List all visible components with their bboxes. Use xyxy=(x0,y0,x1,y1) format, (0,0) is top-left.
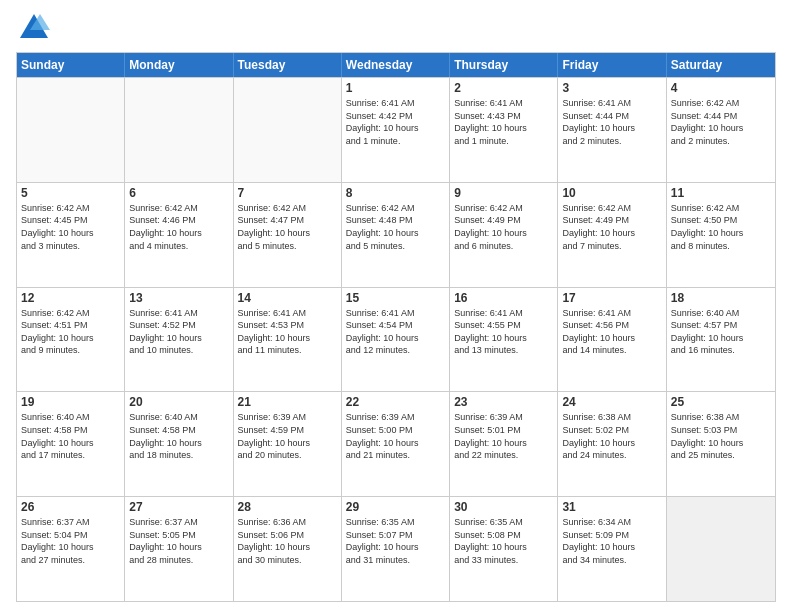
cal-cell-4-4: 22Sunrise: 6:39 AM Sunset: 5:00 PM Dayli… xyxy=(342,392,450,496)
calendar-body: 1Sunrise: 6:41 AM Sunset: 4:42 PM Daylig… xyxy=(17,77,775,601)
day-info: Sunrise: 6:42 AM Sunset: 4:44 PM Dayligh… xyxy=(671,97,771,147)
cal-cell-3-1: 12Sunrise: 6:42 AM Sunset: 4:51 PM Dayli… xyxy=(17,288,125,392)
day-info: Sunrise: 6:42 AM Sunset: 4:50 PM Dayligh… xyxy=(671,202,771,252)
day-info: Sunrise: 6:40 AM Sunset: 4:57 PM Dayligh… xyxy=(671,307,771,357)
day-number: 14 xyxy=(238,291,337,305)
cal-cell-3-4: 15Sunrise: 6:41 AM Sunset: 4:54 PM Dayli… xyxy=(342,288,450,392)
day-info: Sunrise: 6:36 AM Sunset: 5:06 PM Dayligh… xyxy=(238,516,337,566)
day-info: Sunrise: 6:35 AM Sunset: 5:08 PM Dayligh… xyxy=(454,516,553,566)
day-number: 12 xyxy=(21,291,120,305)
header-day-tuesday: Tuesday xyxy=(234,53,342,77)
cal-cell-2-2: 6Sunrise: 6:42 AM Sunset: 4:46 PM Daylig… xyxy=(125,183,233,287)
day-number: 27 xyxy=(129,500,228,514)
day-number: 17 xyxy=(562,291,661,305)
cal-cell-2-5: 9Sunrise: 6:42 AM Sunset: 4:49 PM Daylig… xyxy=(450,183,558,287)
day-info: Sunrise: 6:42 AM Sunset: 4:51 PM Dayligh… xyxy=(21,307,120,357)
day-number: 21 xyxy=(238,395,337,409)
day-number: 24 xyxy=(562,395,661,409)
day-number: 28 xyxy=(238,500,337,514)
day-number: 5 xyxy=(21,186,120,200)
week-row-2: 5Sunrise: 6:42 AM Sunset: 4:45 PM Daylig… xyxy=(17,182,775,287)
cal-cell-1-3 xyxy=(234,78,342,182)
cal-cell-4-7: 25Sunrise: 6:38 AM Sunset: 5:03 PM Dayli… xyxy=(667,392,775,496)
day-number: 1 xyxy=(346,81,445,95)
day-number: 22 xyxy=(346,395,445,409)
logo-icon xyxy=(16,10,52,46)
day-info: Sunrise: 6:39 AM Sunset: 4:59 PM Dayligh… xyxy=(238,411,337,461)
cal-cell-1-4: 1Sunrise: 6:41 AM Sunset: 4:42 PM Daylig… xyxy=(342,78,450,182)
cal-cell-3-7: 18Sunrise: 6:40 AM Sunset: 4:57 PM Dayli… xyxy=(667,288,775,392)
header xyxy=(16,10,776,46)
day-number: 2 xyxy=(454,81,553,95)
day-info: Sunrise: 6:39 AM Sunset: 5:00 PM Dayligh… xyxy=(346,411,445,461)
day-number: 3 xyxy=(562,81,661,95)
cal-cell-5-4: 29Sunrise: 6:35 AM Sunset: 5:07 PM Dayli… xyxy=(342,497,450,601)
cal-cell-2-4: 8Sunrise: 6:42 AM Sunset: 4:48 PM Daylig… xyxy=(342,183,450,287)
day-number: 16 xyxy=(454,291,553,305)
day-number: 18 xyxy=(671,291,771,305)
day-info: Sunrise: 6:41 AM Sunset: 4:52 PM Dayligh… xyxy=(129,307,228,357)
week-row-5: 26Sunrise: 6:37 AM Sunset: 5:04 PM Dayli… xyxy=(17,496,775,601)
cal-cell-3-5: 16Sunrise: 6:41 AM Sunset: 4:55 PM Dayli… xyxy=(450,288,558,392)
day-info: Sunrise: 6:40 AM Sunset: 4:58 PM Dayligh… xyxy=(129,411,228,461)
cal-cell-4-3: 21Sunrise: 6:39 AM Sunset: 4:59 PM Dayli… xyxy=(234,392,342,496)
day-number: 25 xyxy=(671,395,771,409)
day-number: 10 xyxy=(562,186,661,200)
day-number: 4 xyxy=(671,81,771,95)
day-number: 11 xyxy=(671,186,771,200)
week-row-4: 19Sunrise: 6:40 AM Sunset: 4:58 PM Dayli… xyxy=(17,391,775,496)
cal-cell-5-1: 26Sunrise: 6:37 AM Sunset: 5:04 PM Dayli… xyxy=(17,497,125,601)
calendar: SundayMondayTuesdayWednesdayThursdayFrid… xyxy=(16,52,776,602)
day-number: 23 xyxy=(454,395,553,409)
cal-cell-4-1: 19Sunrise: 6:40 AM Sunset: 4:58 PM Dayli… xyxy=(17,392,125,496)
header-day-thursday: Thursday xyxy=(450,53,558,77)
cal-cell-1-5: 2Sunrise: 6:41 AM Sunset: 4:43 PM Daylig… xyxy=(450,78,558,182)
day-info: Sunrise: 6:42 AM Sunset: 4:45 PM Dayligh… xyxy=(21,202,120,252)
cal-cell-4-6: 24Sunrise: 6:38 AM Sunset: 5:02 PM Dayli… xyxy=(558,392,666,496)
day-info: Sunrise: 6:38 AM Sunset: 5:03 PM Dayligh… xyxy=(671,411,771,461)
day-info: Sunrise: 6:41 AM Sunset: 4:55 PM Dayligh… xyxy=(454,307,553,357)
day-info: Sunrise: 6:41 AM Sunset: 4:53 PM Dayligh… xyxy=(238,307,337,357)
header-day-sunday: Sunday xyxy=(17,53,125,77)
day-info: Sunrise: 6:42 AM Sunset: 4:47 PM Dayligh… xyxy=(238,202,337,252)
day-info: Sunrise: 6:41 AM Sunset: 4:56 PM Dayligh… xyxy=(562,307,661,357)
day-number: 13 xyxy=(129,291,228,305)
cal-cell-2-6: 10Sunrise: 6:42 AM Sunset: 4:49 PM Dayli… xyxy=(558,183,666,287)
day-number: 9 xyxy=(454,186,553,200)
day-number: 20 xyxy=(129,395,228,409)
cal-cell-1-2 xyxy=(125,78,233,182)
day-info: Sunrise: 6:41 AM Sunset: 4:42 PM Dayligh… xyxy=(346,97,445,147)
day-number: 6 xyxy=(129,186,228,200)
day-info: Sunrise: 6:42 AM Sunset: 4:48 PM Dayligh… xyxy=(346,202,445,252)
cal-cell-4-2: 20Sunrise: 6:40 AM Sunset: 4:58 PM Dayli… xyxy=(125,392,233,496)
day-info: Sunrise: 6:38 AM Sunset: 5:02 PM Dayligh… xyxy=(562,411,661,461)
page: SundayMondayTuesdayWednesdayThursdayFrid… xyxy=(0,0,792,612)
day-number: 15 xyxy=(346,291,445,305)
day-number: 29 xyxy=(346,500,445,514)
day-info: Sunrise: 6:39 AM Sunset: 5:01 PM Dayligh… xyxy=(454,411,553,461)
day-info: Sunrise: 6:42 AM Sunset: 4:46 PM Dayligh… xyxy=(129,202,228,252)
day-info: Sunrise: 6:34 AM Sunset: 5:09 PM Dayligh… xyxy=(562,516,661,566)
cal-cell-3-6: 17Sunrise: 6:41 AM Sunset: 4:56 PM Dayli… xyxy=(558,288,666,392)
cal-cell-5-7 xyxy=(667,497,775,601)
day-number: 8 xyxy=(346,186,445,200)
calendar-header: SundayMondayTuesdayWednesdayThursdayFrid… xyxy=(17,53,775,77)
day-info: Sunrise: 6:40 AM Sunset: 4:58 PM Dayligh… xyxy=(21,411,120,461)
cal-cell-4-5: 23Sunrise: 6:39 AM Sunset: 5:01 PM Dayli… xyxy=(450,392,558,496)
header-day-saturday: Saturday xyxy=(667,53,775,77)
day-info: Sunrise: 6:35 AM Sunset: 5:07 PM Dayligh… xyxy=(346,516,445,566)
day-info: Sunrise: 6:41 AM Sunset: 4:44 PM Dayligh… xyxy=(562,97,661,147)
cal-cell-5-6: 31Sunrise: 6:34 AM Sunset: 5:09 PM Dayli… xyxy=(558,497,666,601)
cal-cell-2-3: 7Sunrise: 6:42 AM Sunset: 4:47 PM Daylig… xyxy=(234,183,342,287)
header-day-friday: Friday xyxy=(558,53,666,77)
day-info: Sunrise: 6:41 AM Sunset: 4:43 PM Dayligh… xyxy=(454,97,553,147)
cal-cell-5-2: 27Sunrise: 6:37 AM Sunset: 5:05 PM Dayli… xyxy=(125,497,233,601)
cal-cell-5-5: 30Sunrise: 6:35 AM Sunset: 5:08 PM Dayli… xyxy=(450,497,558,601)
day-info: Sunrise: 6:42 AM Sunset: 4:49 PM Dayligh… xyxy=(454,202,553,252)
day-info: Sunrise: 6:41 AM Sunset: 4:54 PM Dayligh… xyxy=(346,307,445,357)
cal-cell-2-1: 5Sunrise: 6:42 AM Sunset: 4:45 PM Daylig… xyxy=(17,183,125,287)
day-info: Sunrise: 6:37 AM Sunset: 5:04 PM Dayligh… xyxy=(21,516,120,566)
week-row-1: 1Sunrise: 6:41 AM Sunset: 4:42 PM Daylig… xyxy=(17,77,775,182)
header-day-wednesday: Wednesday xyxy=(342,53,450,77)
cal-cell-1-7: 4Sunrise: 6:42 AM Sunset: 4:44 PM Daylig… xyxy=(667,78,775,182)
